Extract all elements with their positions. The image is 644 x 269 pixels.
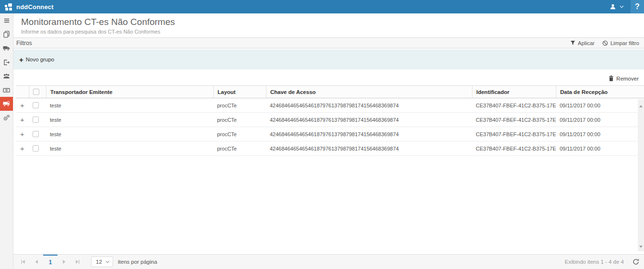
sidebar-item-export[interactable] [0,55,13,69]
cell-identificador: CE37B407-FBEF-41C2-B375-17E71DFDC92F [472,103,556,108]
grid-header: Transportador Emitente Layout Chave de A… [16,85,644,98]
brand[interactable]: nddConnect [0,3,54,11]
expand-row-button[interactable]: + [20,116,24,123]
sidebar-item-transport[interactable] [0,41,13,55]
prev-page-icon [34,259,38,264]
sidebar-item-billing[interactable] [0,83,13,97]
new-group-label: Novo grupo [26,57,54,62]
copy-pages-icon [3,31,10,38]
column-header-data-recepcao[interactable]: Data de Recepção [556,86,644,98]
header-select-all[interactable] [29,86,46,98]
vertical-scrollbar[interactable] [638,99,644,251]
grid-toolbar: Remover [13,70,644,85]
users-icon [3,73,10,79]
gears-icon [3,114,10,121]
row-checkbox[interactable] [33,117,39,123]
data-grid: Transportador Emitente Layout Chave de A… [13,85,644,254]
column-header-layout[interactable]: Layout [213,86,266,98]
user-icon [610,3,616,10]
cell-data-recepcao: 09/11/2017 00:00 [556,103,638,108]
filters-bar: Filtros Aplicar Limpar filtro [13,38,644,48]
cell-chave-acesso: 4246846465465461879761379879817415646836… [266,131,472,137]
sidebar-item-documents[interactable] [0,27,13,41]
clear-filter-button[interactable]: Limpar filtro [602,40,639,46]
expand-row-button[interactable]: + [20,145,24,152]
row-checkbox[interactable] [33,145,39,152]
cell-data-recepcao: 09/11/2017 00:00 [556,131,638,137]
remove-button[interactable]: Remover [609,75,639,82]
first-page-button[interactable] [16,255,30,269]
banknote-icon [3,87,10,94]
sidebar [0,13,13,269]
items-per-page-label: itens por página [118,259,157,265]
truck-monitor-icon [3,101,10,107]
cell-data-recepcao: 09/11/2017 00:00 [556,117,638,123]
cell-layout: procCTe [213,131,266,137]
row-checkbox[interactable] [33,131,39,137]
page-size-select[interactable]: 12 [91,257,113,267]
prev-page-button[interactable] [30,255,43,269]
table-row: + teste procCTe 424684646546546187976137… [16,127,638,141]
chevron-down-icon [620,5,624,8]
user-menu-button[interactable] [603,0,631,13]
pager: 1 12 [13,254,644,269]
page-head: Monitoramento CT-es Não Conformes Inform… [13,13,644,38]
hamburger-icon [3,17,10,24]
cell-chave-acesso: 4246846465465461879761379879817415646836… [266,146,472,152]
scroll-up-icon[interactable] [639,99,643,111]
help-label: ? [635,2,640,11]
sidebar-menu-toggle[interactable] [0,13,13,27]
cell-identificador: CE37B407-FBEF-41C2-B375-17E71DFDC92F [472,117,556,123]
row-checkbox[interactable] [33,102,39,108]
slash-circle-icon [602,40,608,46]
next-page-button[interactable] [58,255,71,269]
page-subtitle: Informe os dados para pesquisa dos CT-es… [21,29,636,35]
expand-row-button[interactable]: + [20,102,24,109]
cell-transportador: teste [46,131,213,137]
apply-filter-label: Aplicar [578,40,595,46]
funnel-icon [570,40,575,46]
grid-body: + teste procCTe 424684646546546187976137… [16,98,644,254]
table-row: + teste procCTe 424684646546546187976137… [16,98,638,113]
apply-filter-button[interactable]: Aplicar [570,40,595,46]
last-page-button[interactable] [71,255,84,269]
sidebar-item-settings[interactable] [0,111,13,125]
cell-layout: procCTe [213,117,266,123]
filter-group-panel: + Novo grupo [13,49,644,70]
table-row: + teste procCTe 424684646546546187976137… [16,141,638,156]
help-button[interactable]: ? [631,0,644,13]
column-header-transportador[interactable]: Transportador Emitente [46,86,213,98]
column-header-identificador[interactable]: Identificador [472,86,556,98]
expand-row-button[interactable]: + [20,130,24,138]
page-title: Monitoramento CT-es Não Conformes [21,17,636,27]
cell-layout: procCTe [213,103,266,108]
cell-chave-acesso: 4246846465465461879761379879817415646836… [266,103,472,108]
scroll-down-icon[interactable] [639,240,643,251]
table-row: + teste procCTe 424684646546546187976137… [16,113,638,127]
plus-icon: + [19,56,23,63]
refresh-button[interactable] [632,258,639,265]
sidebar-item-cte-monitoring[interactable] [0,97,13,111]
filters-title: Filtros [16,40,32,47]
pager-status: Exibindo itens 1 - 4 de 4 [565,259,624,265]
cell-chave-acesso: 4246846465465461879761379879817415646836… [266,117,472,123]
grid-rows: + teste procCTe 424684646546546187976137… [16,98,638,156]
cell-identificador: CE37B407-FBEF-41C2-B375-17E71DFDC92F [472,146,556,152]
clear-filter-label: Limpar filtro [610,40,639,46]
remove-label: Remover [616,76,639,82]
first-page-icon [21,259,25,264]
cell-identificador: CE37B407-FBEF-41C2-B375-17E71DFDC92F [472,131,556,137]
next-page-icon [62,259,66,264]
new-group-button[interactable]: + Novo grupo [19,56,54,63]
ndd-logo-icon [5,3,13,11]
select-all-checkbox[interactable] [33,89,39,95]
sidebar-item-users[interactable] [0,69,13,83]
cell-data-recepcao: 09/11/2017 00:00 [556,146,638,152]
column-header-chave[interactable]: Chave de Acesso [266,86,472,98]
topbar: nddConnect ? [0,0,644,13]
page-number-current[interactable]: 1 [43,255,58,269]
brand-name: nddConnect [16,3,54,11]
page-size-value: 12 [96,259,102,265]
sign-out-icon [3,59,10,66]
header-expand-column [16,86,29,98]
